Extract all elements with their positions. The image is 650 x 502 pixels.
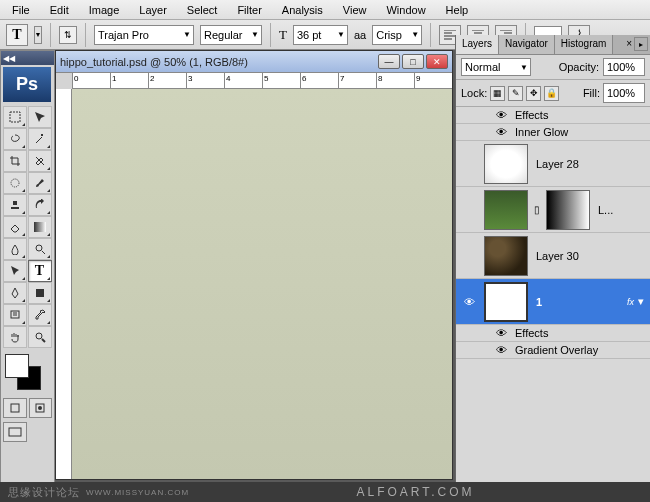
hand-tool[interactable] bbox=[3, 326, 27, 348]
shape-tool[interactable] bbox=[28, 282, 52, 304]
tool-preset-icon[interactable]: T bbox=[6, 24, 28, 46]
zoom-tool[interactable] bbox=[28, 326, 52, 348]
menu-layer[interactable]: Layer bbox=[129, 2, 177, 18]
dodge-tool[interactable] bbox=[28, 238, 52, 260]
visibility-toggle[interactable]: 👁 bbox=[464, 296, 475, 308]
foreground-color-swatch[interactable] bbox=[5, 354, 29, 378]
close-button[interactable]: ✕ bbox=[426, 54, 448, 69]
minimize-button[interactable]: — bbox=[378, 54, 400, 69]
gradient-tool[interactable] bbox=[28, 216, 52, 238]
slice-tool[interactable] bbox=[28, 150, 52, 172]
brush-tool[interactable] bbox=[28, 172, 52, 194]
history-brush-tool[interactable] bbox=[28, 194, 52, 216]
font-family-combo[interactable]: Trajan Pro▼ bbox=[94, 25, 194, 45]
layer-row[interactable]: 👁 Layer 28 bbox=[456, 141, 650, 187]
crop-tool[interactable] bbox=[3, 150, 27, 172]
opacity-value: 100% bbox=[607, 61, 635, 73]
eyedropper-tool[interactable] bbox=[28, 304, 52, 326]
menu-image[interactable]: Image bbox=[79, 2, 130, 18]
divider bbox=[430, 23, 431, 47]
tool-preset-dropdown[interactable]: ▼ bbox=[34, 26, 42, 44]
pen-tool[interactable] bbox=[3, 282, 27, 304]
fill-input[interactable]: 100% bbox=[603, 83, 645, 103]
lock-label: Lock: bbox=[461, 87, 487, 99]
panel-close-icon[interactable]: × bbox=[626, 38, 632, 49]
visibility-icon[interactable]: 👁 bbox=[496, 109, 507, 121]
panel-menu-button[interactable]: ▸ bbox=[634, 37, 648, 51]
color-swatches bbox=[1, 350, 54, 396]
layer-name[interactable]: L... bbox=[594, 204, 648, 216]
notes-tool[interactable] bbox=[3, 304, 27, 326]
effects-row[interactable]: 👁 Effects bbox=[456, 107, 650, 124]
gradient-overlay-row[interactable]: 👁 Gradient Overlay bbox=[456, 342, 650, 359]
svg-rect-0 bbox=[10, 112, 20, 122]
lasso-tool[interactable] bbox=[3, 128, 27, 150]
layer-row[interactable]: 👁 ▯ L... bbox=[456, 187, 650, 233]
menu-analysis[interactable]: Analysis bbox=[272, 2, 333, 18]
fx-dropdown-icon[interactable]: ▾ bbox=[638, 295, 644, 308]
opacity-input[interactable]: 100% bbox=[603, 58, 645, 76]
layer-thumbnail[interactable] bbox=[484, 144, 528, 184]
stamp-tool[interactable] bbox=[3, 194, 27, 216]
mask-thumbnail[interactable] bbox=[546, 190, 590, 230]
tab-layers[interactable]: Layers bbox=[456, 35, 499, 54]
blend-mode-combo[interactable]: Normal▼ bbox=[461, 58, 531, 76]
horizontal-ruler[interactable]: 012345678910 bbox=[72, 73, 452, 89]
screen-mode-button[interactable] bbox=[3, 422, 27, 442]
antialiasing-combo[interactable]: Crisp▼ bbox=[372, 25, 422, 45]
lock-all-button[interactable]: 🔒 bbox=[544, 86, 559, 101]
layer-row[interactable]: 👁 1 fx ▾ bbox=[456, 279, 650, 325]
layer-name[interactable]: Layer 28 bbox=[532, 158, 648, 170]
visibility-icon[interactable]: 👁 bbox=[496, 344, 507, 356]
menu-select[interactable]: Select bbox=[177, 2, 228, 18]
font-size-combo[interactable]: 36 pt▼ bbox=[293, 25, 348, 45]
font-style-combo[interactable]: Regular▼ bbox=[200, 25, 262, 45]
vertical-ruler[interactable] bbox=[56, 89, 72, 479]
menu-help[interactable]: Help bbox=[436, 2, 479, 18]
standard-mode-button[interactable] bbox=[3, 398, 27, 418]
tools-palette-header[interactable]: ◀◀ bbox=[1, 51, 54, 65]
lock-transparency-button[interactable]: ▦ bbox=[490, 86, 505, 101]
menu-view[interactable]: View bbox=[333, 2, 377, 18]
blur-tool[interactable] bbox=[3, 238, 27, 260]
layer-thumbnail[interactable] bbox=[484, 190, 528, 230]
tab-histogram[interactable]: Histogram bbox=[555, 35, 614, 54]
layer-name[interactable]: 1 bbox=[532, 296, 627, 308]
eraser-tool[interactable] bbox=[3, 216, 27, 238]
menu-window[interactable]: Window bbox=[376, 2, 435, 18]
document-titlebar[interactable]: hippo_tutorial.psd @ 50% (1, RGB/8#) — □… bbox=[56, 51, 452, 73]
path-select-tool[interactable] bbox=[3, 260, 27, 282]
inner-glow-row[interactable]: 👁 Inner Glow bbox=[456, 124, 650, 141]
tab-navigator[interactable]: Navigator bbox=[499, 35, 555, 54]
font-size-icon: T bbox=[279, 27, 287, 43]
type-tool[interactable]: T bbox=[28, 260, 52, 282]
lock-position-button[interactable]: ✥ bbox=[526, 86, 541, 101]
menu-filter[interactable]: Filter bbox=[227, 2, 271, 18]
menu-bar: File Edit Image Layer Select Filter Anal… bbox=[0, 0, 650, 20]
effects-label: Effects bbox=[515, 327, 548, 339]
effects-row[interactable]: 👁 Effects bbox=[456, 325, 650, 342]
marquee-tool[interactable] bbox=[3, 106, 27, 128]
visibility-icon[interactable]: 👁 bbox=[496, 327, 507, 339]
text-orientation-button[interactable]: ⇅ bbox=[59, 26, 77, 44]
menu-edit[interactable]: Edit bbox=[40, 2, 79, 18]
collapse-icon: ◀◀ bbox=[3, 54, 15, 63]
canvas[interactable] bbox=[72, 89, 452, 479]
fill-label: Fill: bbox=[583, 87, 600, 99]
visibility-icon[interactable]: 👁 bbox=[496, 126, 507, 138]
layer-thumbnail[interactable] bbox=[484, 282, 528, 322]
blend-mode-row: Normal▼ Opacity: 100% bbox=[456, 55, 650, 80]
heal-tool[interactable] bbox=[3, 172, 27, 194]
layer-thumbnail[interactable] bbox=[484, 236, 528, 276]
layer-name[interactable]: Layer 30 bbox=[532, 250, 648, 262]
move-tool[interactable] bbox=[28, 106, 52, 128]
fx-badge[interactable]: fx bbox=[627, 297, 634, 307]
lock-pixels-button[interactable]: ✎ bbox=[508, 86, 523, 101]
layer-row[interactable]: 👁 Layer 30 bbox=[456, 233, 650, 279]
maximize-button[interactable]: □ bbox=[402, 54, 424, 69]
menu-file[interactable]: File bbox=[2, 2, 40, 18]
wand-tool[interactable] bbox=[28, 128, 52, 150]
quickmask-mode-button[interactable] bbox=[29, 398, 53, 418]
divider bbox=[270, 23, 271, 47]
link-icon: ▯ bbox=[534, 204, 540, 215]
